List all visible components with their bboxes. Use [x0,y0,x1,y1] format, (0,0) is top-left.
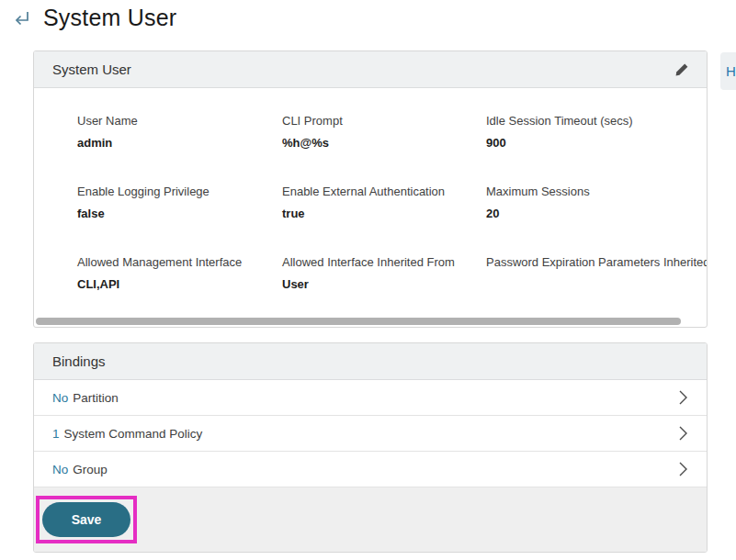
save-button[interactable]: Save [42,502,130,537]
pencil-icon [674,62,690,78]
back-arrow-icon [12,8,32,28]
system-user-page: System User H System User User Name admi… [0,0,736,560]
system-user-card: System User User Name admin CLI Prompt %… [33,50,708,328]
field-value: admin [77,136,282,151]
binding-row-partition[interactable]: No Partition [34,380,707,416]
field-enable-logging-privilege: Enable Logging Privilege false [77,185,282,221]
field-idle-session-timeout: Idle Session Timeout (secs) 900 [486,114,708,151]
back-button[interactable] [11,7,33,29]
field-label: Enable Logging Privilege [77,185,282,199]
chevron-right-icon [678,461,688,477]
field-allowed-management-interface: Allowed Management Interface CLI,API [77,255,282,292]
binding-count: 1 [52,427,60,441]
system-user-card-header: System User [34,51,707,88]
field-label: Maximum Sessions [486,185,708,199]
binding-label: Group [73,463,108,476]
field-allowed-interface-inherited-from: Allowed Interface Inherited From User [282,255,486,292]
field-value: CLI,API [77,277,282,292]
field-password-expiration-parameters: Password Expiration Parameters Inherited [486,255,708,292]
field-label: User Name [77,114,282,129]
field-label: Allowed Interface Inherited From [282,255,486,270]
field-label: Idle Session Timeout (secs) [486,114,708,129]
binding-count: No [52,463,68,476]
field-maximum-sessions: Maximum Sessions 20 [486,185,708,221]
binding-label: Partition [73,391,119,405]
bindings-card-title: Bindings [52,353,106,369]
field-user-name: User Name admin [77,114,282,151]
system-user-card-title: System User [52,62,131,77]
bindings-card: Bindings No Partition 1 System Command P… [33,342,708,553]
edit-button[interactable] [670,58,694,82]
save-highlight-annotation: Save [36,496,137,543]
binding-count: No [52,391,68,405]
field-value: true [282,207,486,221]
field-value: false [77,207,282,221]
binding-row-system-command-policy[interactable]: 1 System Command Policy [34,416,707,452]
chevron-right-icon [678,425,688,442]
field-enable-external-authentication: Enable External Authentication true [282,185,486,221]
chevron-right-icon [678,389,688,406]
field-label: CLI Prompt [282,114,486,129]
bindings-card-footer: Save [34,487,707,552]
field-value: 900 [486,136,708,151]
field-label: Allowed Management Interface [77,255,282,270]
page-title: System User [43,5,176,31]
horizontal-scrollbar[interactable] [36,318,681,325]
field-value: User [282,277,486,292]
field-value: %h@%s [282,136,486,151]
bindings-card-header: Bindings [34,343,707,380]
binding-label: System Command Policy [64,427,203,441]
field-value: 20 [486,207,708,221]
binding-row-group[interactable]: No Group [34,452,707,487]
field-label: Password Expiration Parameters Inherited [486,255,708,270]
field-label: Enable External Authentication [282,185,486,199]
field-cli-prompt: CLI Prompt %h@%s [282,114,486,151]
page-header: System User [11,5,176,31]
help-tab[interactable]: H [720,52,736,90]
field-grid: User Name admin CLI Prompt %h@%s Idle Se… [34,88,707,292]
